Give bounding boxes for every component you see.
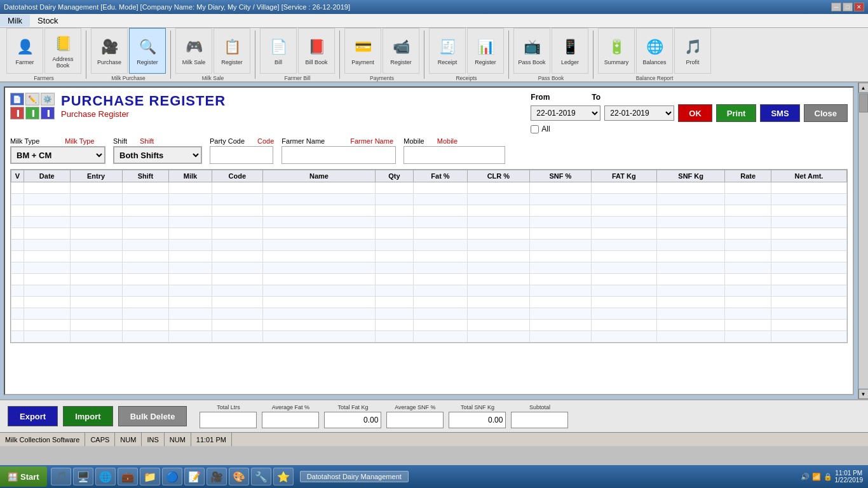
balances-btn[interactable]: 🌐 Balances	[636, 28, 673, 74]
ledger-btn[interactable]: 📱 Ledger	[552, 28, 588, 74]
divider-1	[86, 30, 86, 79]
col-date: Date	[24, 170, 71, 182]
right-scrollbar[interactable]: ▲ ▼	[858, 83, 868, 399]
taskbar-app-4[interactable]: 💼	[118, 468, 138, 485]
taskbar-app-3[interactable]: 🌐	[95, 468, 116, 485]
menu-milk[interactable]: Milk	[0, 15, 30, 27]
farmer-label: Farmer	[16, 60, 34, 66]
farmer-name-red-label: Farmer Name	[350, 137, 393, 145]
taskbar-app-2[interactable]: 🖥️	[73, 468, 93, 485]
scroll-track[interactable]	[859, 93, 868, 388]
receipts-group-name: Receipts	[456, 75, 477, 81]
milk-type-select[interactable]: BM + CM BM CM	[10, 146, 105, 164]
ledger-icon: 📱	[559, 36, 581, 58]
pass-book-group-name: Pass Book	[538, 75, 564, 81]
bill-book-label: Bill Book	[305, 60, 327, 66]
avg-fat-input[interactable]	[262, 412, 319, 428]
milk-type-filter: Milk Type Milk Type BM + CM BM CM	[10, 137, 105, 164]
taskbar-active-window[interactable]: Datotahost Dairy Management	[300, 471, 409, 482]
minimize-btn[interactable]: ─	[831, 3, 841, 11]
purchase-register-btn[interactable]: 🔍 Register	[129, 28, 166, 74]
restore-btn[interactable]: □	[843, 3, 853, 11]
avg-snf-input[interactable]	[386, 412, 444, 428]
receipt-btn[interactable]: 🧾 Receipt	[429, 28, 466, 74]
payment-register-btn[interactable]: 📹 Register	[383, 28, 419, 74]
profit-icon: 🎵	[681, 36, 704, 58]
col-rate: Rate	[725, 170, 771, 182]
close-button[interactable]: Close	[804, 104, 848, 122]
milk-type-label: Milk Type	[10, 137, 39, 145]
taskbar-app-1[interactable]: 🎵	[51, 468, 71, 485]
bill-btn[interactable]: 📄 Bill	[260, 28, 297, 74]
total-ltrs-input[interactable]	[200, 412, 257, 428]
print-button[interactable]: Print	[716, 104, 757, 122]
start-button[interactable]: 🪟 Start	[0, 466, 47, 487]
taskbar-app-7[interactable]: 📝	[184, 468, 205, 485]
subtotal-input[interactable]	[511, 412, 568, 428]
all-checkbox[interactable]	[531, 125, 539, 133]
scroll-down-btn[interactable]: ▼	[858, 389, 869, 399]
payment-label: Payment	[351, 60, 374, 66]
sms-button[interactable]: SMS	[760, 104, 799, 122]
taskbar-app-8[interactable]: 🎥	[207, 468, 227, 485]
address-book-btn[interactable]: 📒 Address Book	[44, 28, 81, 74]
divider-6	[508, 30, 509, 79]
title-controls[interactable]: ─ □ ✕	[831, 3, 864, 11]
taskbar-app-5[interactable]: 📁	[140, 468, 160, 485]
divider-7	[593, 30, 593, 79]
menu-stock[interactable]: Stock	[30, 15, 66, 27]
total-snf-kg-input[interactable]	[449, 412, 506, 428]
col-qty: Qty	[375, 170, 413, 182]
mobile-input[interactable]	[403, 146, 505, 164]
totals-section: Total Ltrs Average Fat % Total Fat Kg Av…	[200, 404, 860, 428]
scroll-thumb[interactable]	[859, 93, 868, 112]
bill-book-btn[interactable]: 📕 Bill Book	[298, 28, 335, 74]
pass-book-btn[interactable]: 📺 Pass Book	[513, 28, 550, 74]
avg-snf-label: Average SNF %	[395, 404, 435, 410]
scroll-up-btn[interactable]: ▲	[858, 83, 869, 93]
milk-purchase-group-name: Milk Purchase	[111, 75, 145, 81]
to-date-select[interactable]: 22-01-2019	[604, 105, 674, 121]
milk-sale-btn[interactable]: 🎮 Milk Sale	[175, 28, 212, 74]
col-milk: Milk	[169, 170, 212, 182]
taskbar-app-9[interactable]: 🎨	[229, 468, 249, 485]
balances-label: Balances	[642, 60, 666, 66]
menu-bar: Milk Stock	[0, 14, 868, 28]
total-fat-kg-group: Total Fat Kg	[324, 404, 381, 428]
ok-button[interactable]: OK	[678, 104, 712, 122]
code-label: Code	[257, 137, 274, 145]
divider-3	[255, 30, 255, 79]
bar-chart3-icon: ▐	[41, 107, 55, 119]
receipt-register-btn[interactable]: 📊 Register	[467, 28, 504, 74]
bill-label: Bill	[275, 60, 282, 66]
mobile-label: Mobile	[403, 137, 424, 145]
shift-select[interactable]: Both Shifts Morning Evening	[113, 146, 202, 164]
farmer-name-filter: Farmer Name Farmer Name	[281, 137, 396, 164]
farmer-btn[interactable]: 👤 Farmer	[6, 28, 43, 74]
from-date-select[interactable]: 22-01-2019	[531, 105, 600, 121]
export-button[interactable]: Export	[8, 406, 58, 426]
total-fat-kg-input[interactable]	[324, 412, 381, 428]
farmer-name-input[interactable]	[281, 146, 396, 164]
purchase-btn[interactable]: 🎥 Purchase	[91, 28, 128, 74]
bulk-delete-button[interactable]: Bulk Delete	[118, 406, 187, 426]
party-code-input[interactable]	[210, 146, 273, 164]
taskbar-app-11[interactable]: ⭐	[273, 468, 294, 485]
profit-btn[interactable]: 🎵 Profit	[674, 28, 711, 74]
taskbar-app-6[interactable]: 🔵	[162, 468, 182, 485]
payment-btn[interactable]: 💳 Payment	[344, 28, 381, 74]
status-time: 11:01 PM	[191, 433, 232, 446]
panel-header: 📄 ✏️ ⚙️ ▐ ▐ ▐ PURCHASE REGISTER Purchase…	[10, 93, 848, 133]
summary-btn[interactable]: 🔋 Summary	[598, 28, 635, 74]
summary-icon: 🔋	[605, 36, 628, 58]
import-button[interactable]: Import	[63, 406, 112, 426]
close-btn[interactable]: ✕	[854, 3, 864, 11]
col-name: Name	[263, 170, 376, 182]
milk-type-red-label: Milk Type	[65, 137, 94, 145]
total-snf-kg-group: Total SNF Kg	[449, 404, 506, 428]
taskbar-app-10[interactable]: 🔧	[251, 468, 271, 485]
milk-sale-register-btn[interactable]: 📋 Register	[214, 28, 250, 74]
table-row	[11, 251, 847, 262]
edit-icon: ✏️	[25, 93, 39, 105]
toolbar-group-milk-purchase: 🎥 Purchase 🔍 Register Milk Purchase	[91, 28, 166, 81]
